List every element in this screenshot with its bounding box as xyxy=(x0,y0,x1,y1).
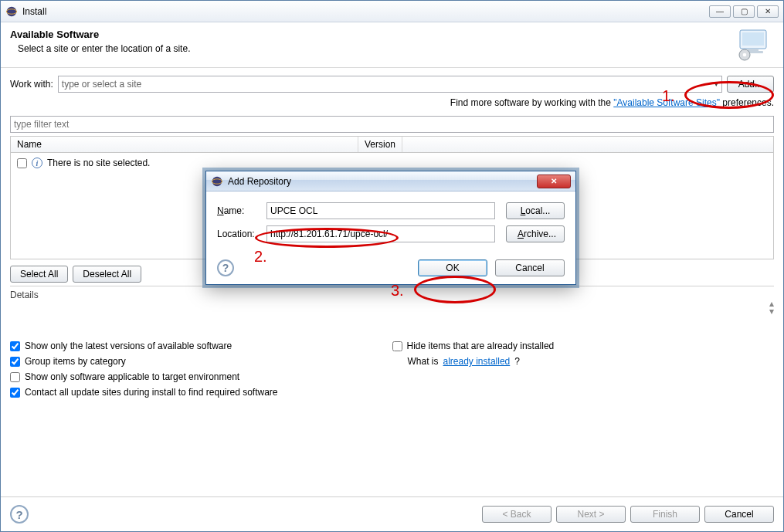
location-label: Location: xyxy=(217,229,260,239)
column-name[interactable]: Name xyxy=(11,137,358,152)
install-window: Install — ▢ ✕ Available Software Select … xyxy=(0,0,784,532)
titlebar: Install — ▢ ✕ xyxy=(1,1,783,22)
eclipse-icon xyxy=(5,5,18,18)
local-button[interactable]: Local... xyxy=(506,202,565,219)
finish-button[interactable]: Finish xyxy=(630,506,700,523)
info-icon: i xyxy=(32,158,42,168)
options-grid: Show only the latest versions of availab… xyxy=(10,341,774,398)
hide-installed-checkbox[interactable] xyxy=(392,341,402,351)
dialog-help-icon[interactable]: ? xyxy=(217,259,234,276)
work-with-combo[interactable]: type or select a site ▾ xyxy=(58,76,722,93)
show-latest-checkbox[interactable] xyxy=(10,341,20,351)
details-section: Details ▴▾ xyxy=(10,286,774,331)
details-scroll-icon[interactable]: ▴▾ xyxy=(769,300,774,331)
deselect-all-button[interactable]: Deselect All xyxy=(73,266,141,283)
software-table-header: Name Version xyxy=(10,136,774,153)
chevron-down-icon: ▾ xyxy=(714,80,718,88)
available-sites-link[interactable]: "Available Software Sites" xyxy=(613,97,720,108)
column-version[interactable]: Version xyxy=(358,137,402,152)
option-target-env[interactable]: Show only software applicable to target … xyxy=(10,371,392,382)
dialog-cancel-button[interactable]: Cancel xyxy=(495,259,565,276)
option-contact-sites[interactable]: Contact all update sites during install … xyxy=(10,387,774,398)
svg-point-8 xyxy=(212,176,222,185)
add-button[interactable]: Add... xyxy=(727,76,774,93)
dialog-titlebar: Add Repository ✕ xyxy=(206,171,575,191)
location-row: Location: Archive... xyxy=(217,225,565,242)
name-row: Name: Local... xyxy=(217,202,565,219)
page-title: Available Software xyxy=(10,29,735,40)
svg-point-0 xyxy=(7,6,16,15)
already-installed-link[interactable]: already installed xyxy=(443,356,511,367)
details-body: ▴▾ xyxy=(10,300,774,331)
dialog-title: Add Repository xyxy=(228,176,291,187)
add-repository-dialog: Add Repository ✕ Name: Local... Location… xyxy=(205,171,576,285)
maximize-button[interactable]: ▢ xyxy=(733,5,755,18)
option-show-latest[interactable]: Show only the latest versions of availab… xyxy=(10,341,392,351)
dialog-close-button[interactable]: ✕ xyxy=(537,175,571,188)
back-button[interactable]: < Back xyxy=(482,506,552,523)
minimize-button[interactable]: — xyxy=(709,5,731,18)
group-category-checkbox[interactable] xyxy=(10,357,20,367)
target-env-checkbox[interactable] xyxy=(10,372,20,382)
work-with-row: Work with: type or select a site ▾ Add..… xyxy=(10,76,774,93)
already-installed-hint: What is already installed? xyxy=(392,356,775,367)
wizard-footer: ? < Back Next > Finish Cancel xyxy=(1,496,783,531)
location-input[interactable] xyxy=(266,225,495,242)
sites-hint: Find more software by working with the "… xyxy=(10,97,774,108)
filter-input[interactable] xyxy=(10,116,774,133)
window-controls: — ▢ ✕ xyxy=(709,5,779,18)
archive-button[interactable]: Archive... xyxy=(506,225,565,242)
svg-rect-3 xyxy=(742,32,764,46)
details-label: Details xyxy=(10,290,774,300)
contact-sites-checkbox[interactable] xyxy=(10,388,20,398)
page-subtitle: Select a site or enter the location of a… xyxy=(10,43,735,54)
help-icon[interactable]: ? xyxy=(10,505,29,524)
select-all-button[interactable]: Select All xyxy=(10,266,68,283)
table-row: i There is no site selected. xyxy=(17,156,767,170)
option-hide-installed[interactable]: Hide items that are already installed xyxy=(392,341,775,351)
wizard-header: Available Software Select a site or ente… xyxy=(1,22,783,68)
svg-point-7 xyxy=(743,53,747,57)
row-checkbox[interactable] xyxy=(17,158,27,168)
svg-rect-4 xyxy=(748,49,759,51)
install-banner-icon xyxy=(735,29,774,61)
next-button[interactable]: Next > xyxy=(556,506,626,523)
option-group-category[interactable]: Group items by category xyxy=(10,356,392,367)
ok-button[interactable]: OK xyxy=(418,259,487,276)
work-with-placeholder: type or select a site xyxy=(62,79,141,90)
cancel-button[interactable]: Cancel xyxy=(704,506,774,523)
empty-message: There is no site selected. xyxy=(47,158,150,168)
eclipse-icon xyxy=(211,175,223,188)
close-window-button[interactable]: ✕ xyxy=(757,5,779,18)
dialog-footer: ? OK Cancel xyxy=(217,259,565,276)
name-label: Name: xyxy=(217,205,260,216)
name-input[interactable] xyxy=(266,202,495,219)
work-with-label: Work with: xyxy=(10,79,53,90)
window-title: Install xyxy=(22,6,46,17)
